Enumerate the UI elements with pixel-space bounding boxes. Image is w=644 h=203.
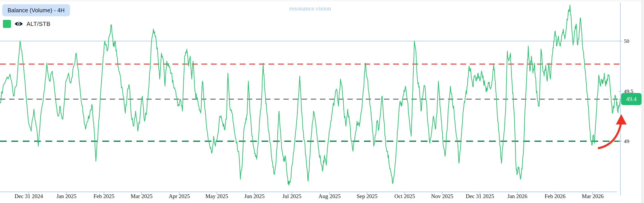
trend-up-arrow [599,114,626,148]
arrow-shaft [599,124,621,148]
reference-lines [0,41,620,141]
x-axis-label: Jan 2025 [48,193,84,200]
page-title: Balance (Volume) - 4H [8,7,65,14]
x-axis-label: Mar 2026 [575,193,610,200]
chart-title-pill: Balance (Volume) - 4H [2,4,70,16]
series-name-label: ALT/STB [26,20,50,28]
x-axis-label: Oct 2025 [387,193,422,200]
y-axis-label: 49.5 [624,88,633,94]
series-line-alt-stb[interactable] [0,5,620,185]
x-axis-label: Dec 31 2025 [462,193,498,200]
x-axis-label: Feb 2025 [86,193,122,200]
watermark: resonance.vision [289,5,331,12]
x-axis-label: Jan 2026 [500,193,535,200]
x-axis-label: Dec 31 2024 [11,193,46,200]
y-axis-label: 49 [624,138,629,144]
x-axis-label: Jun 2025 [236,193,272,200]
x-axis-label: Aug 2025 [312,193,348,200]
x-axis-label: Apr 2025 [162,193,197,200]
current-price-badge: 49.4 [621,93,642,105]
eye-icon[interactable] [14,21,23,27]
y-axis-label: 50 [624,38,629,44]
x-axis-label: Nov 2025 [424,193,460,200]
x-axis-label: May 2025 [199,193,234,200]
arrow-head [616,114,626,124]
series-legend[interactable]: ALT/STB [3,20,50,28]
series-color-swatch [3,20,11,28]
current-price-value: 49.4 [626,96,636,102]
right-edge-strip [641,0,644,203]
x-axis-label: Mar 2025 [124,193,160,200]
x-axis-label: Jul 2025 [274,193,310,200]
x-axis-label: Feb 2026 [537,193,573,200]
chart-area[interactable] [0,0,644,203]
chart-window: Balance (Volume) - 4H ALT/STB resonance.… [0,0,644,203]
x-axis-label: Sep 2025 [349,193,385,200]
